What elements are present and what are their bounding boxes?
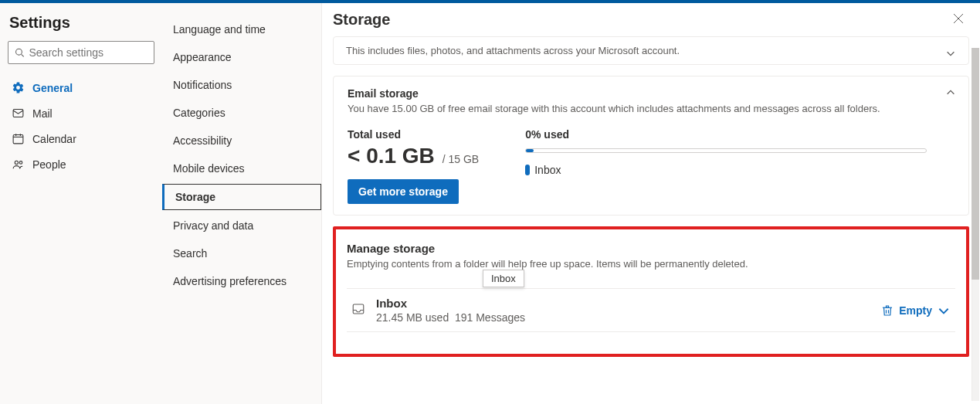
inbox-icon (351, 302, 365, 318)
folder-message-count: 191 Messages (455, 311, 525, 324)
subnav-accessibility[interactable]: Accessibility (162, 128, 321, 153)
total-used-value: < 0.1 GB (348, 144, 435, 168)
empty-folder-button[interactable]: Empty (880, 304, 951, 317)
chevron-up-icon (945, 87, 956, 98)
gear-icon (11, 81, 25, 94)
scrollbar-thumb[interactable] (972, 48, 979, 280)
folder-details: 21.45 MB used 191 Messages (376, 311, 525, 324)
nav-people-label: People (32, 158, 66, 171)
legend-label-inbox: Inbox (534, 164, 561, 176)
nav-general-label: General (32, 82, 73, 94)
manage-storage-highlight: Manage storage Emptying contents from a … (333, 226, 969, 357)
legend-swatch-inbox (525, 165, 530, 175)
total-used-block: Total used < 0.1 GB / 15 GB Get more sto… (348, 128, 479, 204)
svg-rect-2 (13, 110, 23, 117)
settings-title: Settings (9, 14, 154, 32)
search-input[interactable] (29, 46, 148, 59)
settings-sidebar: Settings General Mail Calendar (0, 3, 162, 404)
folder-size: 21.45 MB used (376, 311, 449, 324)
scrollbar[interactable] (972, 48, 979, 401)
email-storage-title: Email storage (348, 87, 955, 100)
nav-mail-label: Mail (32, 107, 53, 120)
email-storage-toggle[interactable] (945, 87, 956, 100)
subnav-categories[interactable]: Categories (162, 100, 321, 125)
nav-calendar-label: Calendar (32, 133, 76, 145)
usage-legend: Inbox (525, 164, 927, 176)
close-icon (952, 12, 965, 25)
account-storage-card: This includes files, photos, and attachm… (333, 36, 969, 65)
mail-icon (11, 107, 25, 120)
subnav-mobile-devices[interactable]: Mobile devices (162, 156, 321, 181)
content-scroll[interactable]: This includes files, photos, and attachm… (322, 36, 980, 404)
calendar-icon (11, 132, 25, 145)
search-icon (15, 47, 25, 58)
account-storage-desc: This includes files, photos, and attachm… (346, 45, 680, 56)
empty-label: Empty (899, 304, 932, 317)
subnav-language-and-time[interactable]: Language and time (162, 17, 321, 42)
subnav-advertising-preferences[interactable]: Advertising preferences (162, 269, 321, 294)
manage-storage-title: Manage storage (347, 242, 955, 255)
settings-subnav: Language and time Appearance Notificatio… (162, 3, 321, 404)
close-button[interactable] (952, 12, 965, 27)
get-more-storage-button[interactable]: Get more storage (348, 179, 459, 204)
chevron-down-icon (937, 304, 951, 317)
svg-point-0 (16, 49, 22, 55)
nav-mail[interactable]: Mail (8, 100, 154, 126)
usage-row: Total used < 0.1 GB / 15 GB Get more sto… (348, 128, 955, 204)
page-title: Storage (333, 11, 390, 29)
manage-storage-desc: Emptying contents from a folder will hel… (347, 258, 955, 270)
subnav-notifications[interactable]: Notifications (162, 73, 321, 97)
percent-used-label: 0% used (525, 128, 927, 141)
svg-rect-3 (13, 135, 23, 144)
settings-layout: Settings General Mail Calendar (0, 3, 980, 404)
nav-people[interactable]: People (8, 151, 154, 177)
svg-line-1 (22, 54, 24, 56)
svg-point-8 (19, 161, 22, 165)
settings-content: Storage This includes files, photos, and… (321, 3, 980, 404)
total-used-label: Total used (348, 128, 479, 141)
subnav-appearance[interactable]: Appearance (162, 45, 321, 70)
email-storage-card: Email storage You have 15.00 GB of free … (333, 76, 969, 216)
chevron-down-icon (945, 48, 956, 59)
content-header: Storage (322, 3, 980, 36)
usage-chart-block: 0% used Inbox (525, 128, 927, 176)
nav-general[interactable]: General (8, 75, 154, 100)
search-settings-wrapper[interactable] (8, 41, 154, 64)
folder-name: Inbox (376, 297, 525, 310)
account-storage-toggle[interactable] (945, 48, 956, 61)
email-storage-desc: You have 15.00 GB of free email storage … (348, 103, 955, 114)
usage-progress-bar (525, 148, 927, 153)
total-used-value-row: < 0.1 GB / 15 GB (348, 144, 479, 168)
usage-progress-fill (526, 149, 534, 152)
svg-point-7 (15, 161, 18, 164)
trash-icon (880, 304, 894, 317)
nav-calendar[interactable]: Calendar (8, 126, 154, 151)
subnav-storage[interactable]: Storage (162, 184, 321, 210)
inbox-tooltip: Inbox (483, 270, 524, 287)
total-capacity: / 15 GB (443, 153, 479, 165)
subnav-privacy-and-data[interactable]: Privacy and data (162, 213, 321, 238)
folder-info: Inbox 21.45 MB used 191 Messages (376, 297, 525, 324)
folder-row-inbox: Inbox 21.45 MB used 191 Messages Empty (347, 288, 955, 332)
subnav-search[interactable]: Search (162, 241, 321, 266)
people-icon (11, 158, 25, 171)
